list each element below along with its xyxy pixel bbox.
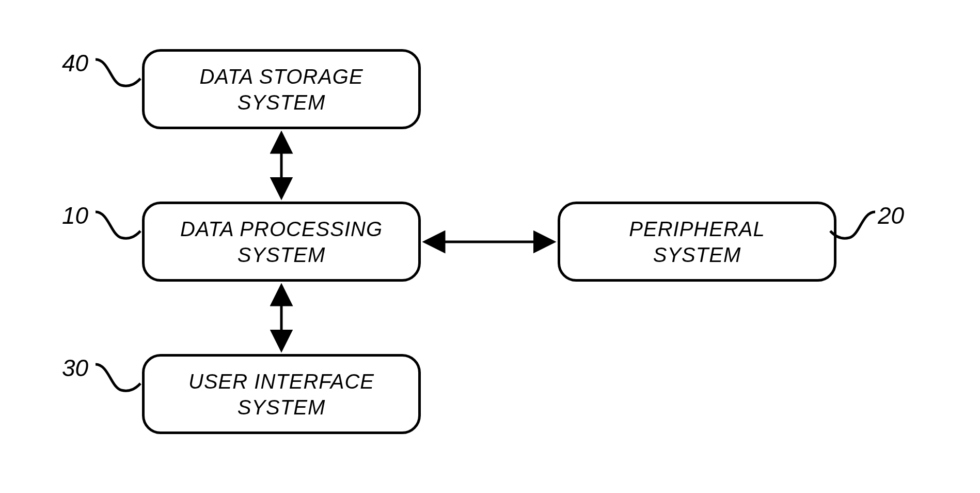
box-data-processing: DATA PROCESSINGSYSTEM — [142, 202, 421, 282]
ref-10: 10 — [62, 202, 88, 229]
ref-40: 40 — [62, 49, 88, 77]
diagram-canvas: 40 10 30 20 DATA STORAGESYSTEM DATA PROC… — [0, 0, 980, 493]
box-user-interface-label: USER INTERFACESYSTEM — [188, 368, 374, 420]
ref-20: 20 — [878, 202, 904, 229]
leader-20 — [830, 212, 875, 238]
leader-30 — [96, 364, 140, 391]
box-data-storage-label: DATA STORAGESYSTEM — [199, 64, 363, 115]
leader-10 — [96, 212, 140, 238]
ref-30: 30 — [62, 354, 88, 382]
box-data-storage: DATA STORAGESYSTEM — [142, 49, 421, 129]
box-peripheral-label: PERIPHERALSYSTEM — [629, 216, 765, 268]
leader-40 — [96, 59, 140, 86]
box-user-interface: USER INTERFACESYSTEM — [142, 354, 421, 434]
box-peripheral: PERIPHERALSYSTEM — [558, 202, 836, 282]
box-data-processing-label: DATA PROCESSINGSYSTEM — [180, 216, 383, 268]
